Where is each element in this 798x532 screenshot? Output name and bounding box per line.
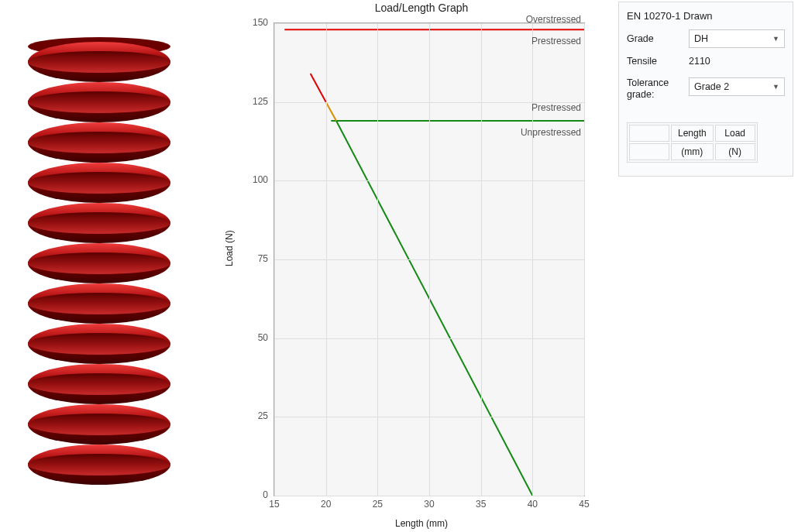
- chart-annotation: Prestressed: [531, 102, 581, 113]
- y-tick: 125: [228, 96, 268, 107]
- svg-point-12: [28, 252, 170, 274]
- tensile-label: Tensile: [627, 56, 683, 67]
- svg-point-2: [28, 51, 170, 73]
- x-axis-label: Length (mm): [228, 518, 615, 529]
- svg-point-22: [28, 454, 170, 475]
- x-tick: 25: [362, 499, 393, 510]
- y-tick: 75: [228, 253, 268, 264]
- chevron-down-icon: ▼: [772, 83, 779, 91]
- y-tick: 50: [228, 332, 268, 343]
- table-row: (mm) (N): [629, 143, 755, 160]
- chart-annotation: Overstressed: [526, 14, 581, 25]
- x-tick: 30: [414, 499, 445, 510]
- chart-annotation: Unprestressed: [521, 127, 581, 138]
- svg-point-18: [28, 373, 170, 395]
- svg-point-20: [28, 414, 170, 435]
- chart-title: Load/Length Graph: [228, 2, 615, 14]
- plot-area: OverstressedPrestressedPrestressedUnpres…: [274, 23, 584, 496]
- svg-point-8: [28, 172, 170, 194]
- x-tick: 35: [466, 499, 497, 510]
- grade-label: Grade: [627, 33, 683, 44]
- chevron-down-icon: ▼: [772, 35, 779, 43]
- x-tick: 20: [311, 499, 342, 510]
- tensile-value: 2110: [689, 56, 710, 67]
- chart-annotation: Prestressed: [531, 36, 581, 46]
- svg-point-14: [28, 293, 170, 314]
- tolerance-value: Grade 2: [694, 81, 729, 92]
- spring-illustration: [0, 0, 228, 532]
- svg-point-6: [28, 132, 170, 153]
- unit-load: (N): [715, 143, 755, 160]
- length-load-table: Length Load (mm) (N): [627, 122, 758, 163]
- col-length: Length: [671, 125, 714, 142]
- x-tick: 45: [569, 499, 600, 510]
- x-tick: 15: [259, 499, 290, 510]
- material-title: EN 10270-1 Drawn: [627, 10, 785, 22]
- x-tick: 40: [517, 499, 548, 510]
- grade-value: DH: [694, 33, 708, 44]
- col-load: Load: [715, 125, 755, 142]
- tolerance-label: Tolerance grade:: [627, 77, 683, 101]
- svg-point-4: [28, 91, 170, 113]
- y-tick: 100: [228, 174, 268, 185]
- tolerance-dropdown[interactable]: Grade 2 ▼: [689, 77, 785, 96]
- grade-dropdown[interactable]: DH ▼: [689, 29, 785, 48]
- load-length-chart: Load/Length Graph Load (N) OverstressedP…: [228, 0, 615, 532]
- y-tick: 150: [228, 17, 268, 28]
- svg-point-16: [28, 333, 170, 355]
- y-tick: 0: [228, 489, 268, 500]
- svg-point-10: [28, 212, 170, 234]
- material-panel: EN 10270-1 Drawn Grade DH ▼ Tensile 2110…: [618, 2, 793, 177]
- table-row: Length Load: [629, 125, 755, 142]
- y-tick: 25: [228, 410, 268, 421]
- unit-length: (mm): [671, 143, 714, 160]
